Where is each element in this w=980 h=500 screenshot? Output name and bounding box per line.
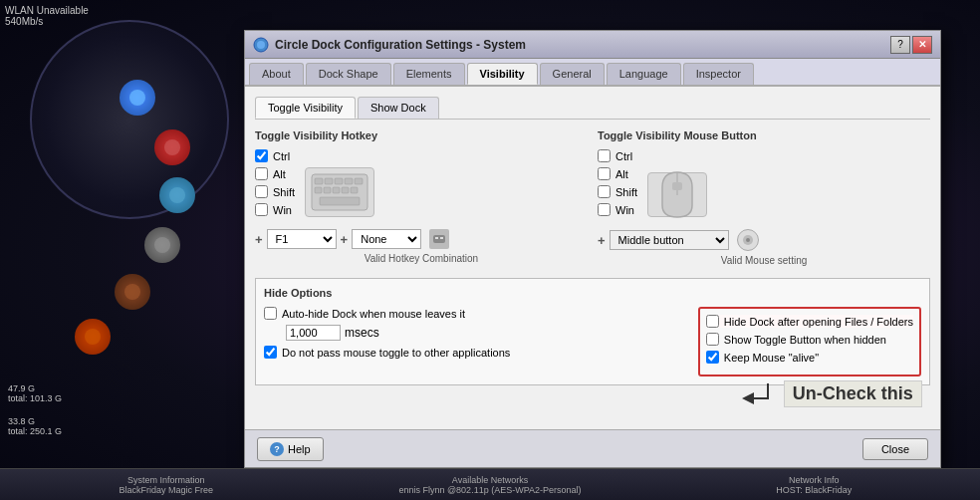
plus-sign-1: + — [255, 232, 263, 247]
window-controls: ? ✕ — [890, 36, 932, 54]
mouse-combo-row: + Middle button Left button Right button — [598, 229, 930, 251]
taskbar-network-info: Network Info HOST: BlackFriday — [652, 475, 976, 495]
win-label: Win — [273, 204, 292, 216]
svg-rect-13 — [355, 178, 363, 184]
inner-tab-toggle-visibility[interactable]: Toggle Visibility — [255, 97, 356, 119]
ctrl-label: Ctrl — [273, 150, 290, 162]
ctrl-checkbox[interactable] — [255, 149, 268, 162]
tab-about[interactable]: About — [249, 63, 304, 85]
dock-icon-4[interactable] — [144, 227, 180, 263]
dock-icon-2[interactable] — [154, 129, 190, 165]
hotkey-checkboxes: Ctrl Alt Shift Win — [255, 149, 295, 221]
close-dialog-button[interactable]: Close — [862, 438, 928, 460]
svg-rect-20 — [433, 235, 445, 243]
mouse-alt-label: Alt — [615, 168, 628, 180]
do-not-pass-checkbox[interactable] — [264, 346, 277, 359]
tab-bar: About Dock Shape Elements Visibility Gen… — [245, 59, 940, 87]
taskbar-system-info: System Information BlackFriday Magic Fre… — [4, 475, 328, 495]
svg-point-4 — [124, 284, 140, 300]
shift-checkbox[interactable] — [255, 185, 268, 198]
tab-visibility[interactable]: Visibility — [467, 63, 538, 85]
inner-tab-show-dock[interactable]: Show Dock — [358, 97, 439, 119]
tab-language[interactable]: Language — [607, 63, 681, 85]
show-toggle-checkbox[interactable] — [706, 333, 719, 346]
dock-icon-1[interactable] — [120, 80, 155, 116]
tab-inspector[interactable]: Inspector — [683, 63, 754, 85]
show-toggle-label: Show Toggle Button when hidden — [724, 334, 886, 346]
auto-hide-checkbox[interactable] — [264, 307, 277, 320]
dock-icon-6[interactable] — [75, 319, 111, 355]
svg-point-5 — [85, 329, 101, 345]
title-bar: Circle Dock Configuration Settings - Sys… — [245, 31, 940, 59]
help-label: Help — [288, 443, 311, 455]
shift-label: Shift — [273, 186, 295, 198]
annotation-text: Un-Check this — [784, 380, 922, 407]
modifier-select[interactable]: None — [352, 229, 421, 249]
hide-options-title: Hide Options — [264, 287, 921, 299]
mouse-alt-checkbox[interactable] — [598, 167, 611, 180]
hotkey-combo-row: + F1 F2 F3 None + None — [255, 229, 588, 249]
taskbar-system-label: System Information — [127, 475, 205, 485]
mouse-ctrl-label: Ctrl — [615, 150, 632, 162]
svg-point-1 — [164, 139, 180, 155]
mouse-visual — [647, 149, 707, 221]
svg-point-26 — [746, 238, 750, 242]
hide-after-checkbox[interactable] — [706, 315, 719, 328]
hotkey-section-title: Toggle Visibility Hotkey — [255, 129, 588, 141]
taskbar-network-info-label: Network Info — [789, 475, 840, 485]
tab-general[interactable]: General — [540, 63, 605, 85]
tab-dock-shape[interactable]: Dock Shape — [306, 63, 391, 85]
storage-info-2: 33.8 G total: 250.1 G — [8, 416, 62, 436]
annotation: Un-Check this — [718, 378, 922, 408]
close-window-button[interactable]: ✕ — [912, 36, 932, 54]
win-checkbox[interactable] — [255, 203, 268, 216]
dock-icon-3[interactable] — [159, 177, 195, 213]
svg-rect-16 — [333, 187, 340, 193]
svg-rect-12 — [345, 178, 353, 184]
mouse-ctrl-checkbox[interactable] — [598, 149, 611, 162]
mouse-btn-icon — [737, 229, 759, 251]
keep-mouse-checkbox[interactable] — [706, 351, 719, 364]
hide-left-column: Auto-hide Dock when mouse leaves it msec… — [264, 307, 688, 376]
hide-after-label: Hide Dock after opening Files / Folders — [724, 316, 913, 328]
alt-checkbox[interactable] — [255, 167, 268, 180]
mouse-win-checkbox[interactable] — [598, 203, 611, 216]
help-icon: ? — [270, 442, 284, 456]
mouse-win-label: Win — [615, 204, 634, 216]
key-icon — [429, 229, 449, 249]
tab-elements[interactable]: Elements — [393, 63, 465, 85]
msec-input[interactable] — [286, 325, 341, 341]
dock-area: 47.9 G total: 101.3 G 33.8 G total: 250.… — [0, 0, 244, 458]
plus-sign-2: + — [341, 232, 349, 247]
taskbar-networks: Available Networks ennis Flynn @802.11p … — [328, 475, 651, 495]
arrow-icon — [718, 378, 778, 408]
taskbar-system-detail: BlackFriday Magic Free — [119, 485, 213, 495]
inner-tab-bar: Toggle Visibility Show Dock — [255, 97, 930, 120]
hide-right-column: Hide Dock after opening Files / Folders … — [698, 307, 921, 376]
close-label: Close — [881, 443, 909, 455]
keyboard-image — [305, 167, 374, 217]
svg-point-0 — [129, 90, 145, 106]
mouse-plus-sign: + — [598, 233, 606, 248]
valid-mouse-label: Valid Mouse setting — [598, 255, 930, 266]
hide-right-container: Hide Dock after opening Files / Folders … — [698, 307, 921, 376]
hotkey-column: Toggle Visibility Hotkey Ctrl Alt — [255, 129, 588, 266]
app-icon — [253, 37, 269, 53]
svg-rect-21 — [435, 237, 438, 239]
svg-rect-14 — [315, 187, 322, 193]
msec-label: msecs — [345, 326, 379, 340]
dock-icon-5[interactable] — [115, 274, 150, 310]
mouse-shift-checkbox[interactable] — [598, 185, 611, 198]
key-select[interactable]: F1 F2 F3 None — [267, 229, 337, 249]
taskbar-networks-label: Available Networks — [452, 475, 528, 485]
do-not-pass-label: Do not pass mouse toggle to other applic… — [282, 347, 510, 359]
hide-options-section: Hide Options Auto-hide Dock when mouse l… — [255, 278, 930, 385]
svg-rect-15 — [324, 187, 331, 193]
help-button[interactable]: ? Help — [257, 437, 324, 461]
help-window-button[interactable]: ? — [890, 36, 910, 54]
taskbar-host-detail: HOST: BlackFriday — [776, 485, 852, 495]
window-title: Circle Dock Configuration Settings - Sys… — [275, 38, 890, 52]
svg-rect-22 — [440, 237, 443, 239]
auto-hide-label: Auto-hide Dock when mouse leaves it — [282, 308, 465, 320]
mouse-button-select[interactable]: Middle button Left button Right button — [610, 230, 729, 250]
